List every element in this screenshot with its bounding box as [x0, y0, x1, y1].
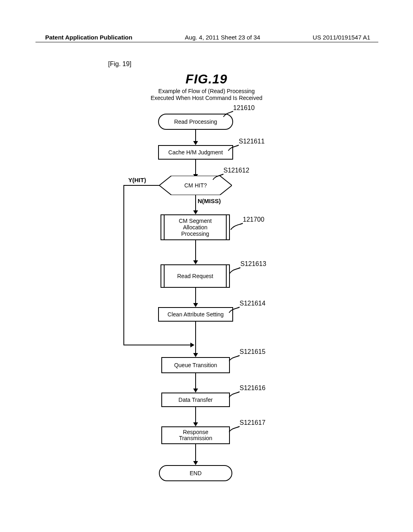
process-clean-attribute: Clean Attribute Setting [158, 307, 233, 322]
leader-start [223, 110, 235, 118]
page-header: Patent Application Publication Aug. 4, 2… [0, 34, 413, 41]
sub1-line2: Allocation [179, 224, 212, 231]
leader-s1 [227, 144, 240, 152]
ref-dec: S121612 [223, 167, 249, 174]
connector [123, 185, 160, 186]
figure-title: FIG.19 [0, 72, 413, 87]
arrow [195, 444, 196, 462]
sub-stripe [164, 214, 165, 240]
leader-s7 [228, 426, 241, 433]
arrow-head-icon [193, 461, 198, 465]
decision-cm-hit-label: CM HIT? [184, 182, 207, 189]
arrow-head-icon [193, 260, 198, 264]
arrow [195, 322, 196, 354]
arrow-head-icon [190, 343, 194, 347]
ref-s6: S121616 [240, 384, 265, 392]
process-clean-attribute-label: Clean Attribute Setting [167, 311, 223, 318]
leader-sub2 [229, 267, 242, 274]
arrow [195, 160, 196, 175]
ref-s5: S121615 [240, 348, 265, 355]
end-terminator: END [159, 465, 232, 481]
ref-sub1: 121700 [243, 216, 264, 223]
process-cache-judgment: Cache H/M Judgment [158, 145, 233, 160]
process-response-transmission: Response Transmission [161, 426, 230, 444]
figure-bracket-label: [Fig. 19] [108, 60, 131, 68]
page: Patent Application Publication Aug. 4, 2… [0, 0, 413, 532]
sub-stripe [164, 264, 165, 288]
arrow-head-icon [193, 210, 198, 214]
arrow [195, 195, 196, 211]
arrow-head-icon [193, 422, 198, 426]
ref-s1: S121611 [239, 138, 265, 145]
header-left: Patent Application Publication [45, 34, 132, 41]
ref-start: 121610 [233, 104, 254, 112]
sub1-line3: Processing [179, 231, 212, 237]
arrow [195, 240, 196, 261]
figure-subtitle-line1: Example of Flow of (Read) Processing [0, 88, 413, 95]
subroutine-read-request: Read Request [161, 264, 230, 288]
leader-dec [212, 173, 225, 181]
start-label: Read Processing [174, 118, 217, 125]
sub-stripe [226, 214, 227, 240]
arrow [195, 373, 196, 389]
figure-subtitle: Example of Flow of (Read) Processing Exe… [0, 88, 413, 102]
arrow-head-icon [193, 303, 198, 307]
start-terminator: Read Processing [158, 114, 233, 130]
leader-sub1 [230, 222, 244, 231]
connector [123, 185, 124, 345]
connector [123, 345, 191, 345]
leader-s6 [228, 391, 241, 398]
s7-line2: Transmission [179, 435, 213, 441]
process-data-transfer: Data Transfer [161, 393, 230, 407]
subroutine-read-request-label: Read Request [177, 273, 213, 279]
subroutine-label: CM Segment Allocation Processing [179, 218, 212, 237]
arrow [195, 130, 196, 142]
leader-s5 [228, 355, 241, 362]
process-queue-transition: Queue Transition [161, 357, 230, 373]
ref-sub2: S121613 [240, 260, 266, 268]
sub-stripe [226, 264, 227, 288]
arrow [195, 407, 196, 423]
leader-s4 [228, 306, 241, 314]
process-cache-judgment-label: Cache H/M Judgment [168, 149, 223, 156]
arrow [195, 288, 196, 304]
process-queue-transition-label: Queue Transition [174, 362, 217, 368]
process-data-transfer-label: Data Transfer [179, 397, 213, 403]
process-response-label: Response Transmission [179, 429, 213, 442]
header-right: US 2011/0191547 A1 [313, 34, 370, 41]
branch-yes-label: Y(HIT) [128, 177, 146, 183]
end-label: END [190, 470, 202, 476]
header-mid: Aug. 4, 2011 Sheet 23 of 34 [185, 34, 260, 41]
sub1-line1: CM Segment [179, 218, 212, 224]
ref-s4: S121614 [240, 300, 265, 307]
arrow-head-icon [193, 389, 198, 393]
s7-line1: Response [179, 429, 213, 435]
arrow-head-icon [193, 141, 198, 145]
arrow-head-icon [193, 353, 198, 357]
ref-s7: S121617 [240, 419, 265, 426]
header-rule [35, 42, 378, 42]
branch-no-label: N(MISS) [198, 197, 221, 204]
subroutine-cm-segment-allocation: CM Segment Allocation Processing [161, 214, 230, 240]
figure-subtitle-line2: Executed When Host Command Is Received [0, 95, 413, 102]
